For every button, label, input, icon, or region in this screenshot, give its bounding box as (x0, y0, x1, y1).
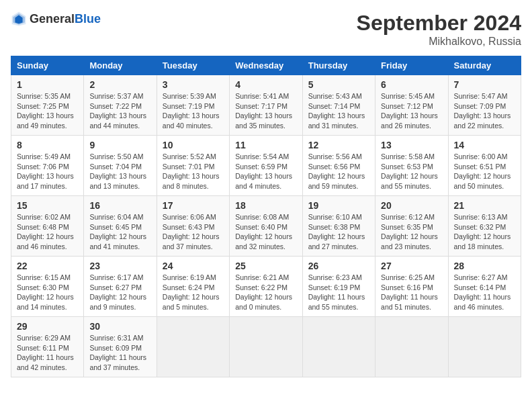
day-info: Sunrise: 5:54 AMSunset: 6:59 PMDaylight:… (235, 152, 296, 191)
day-info: Sunrise: 5:47 AMSunset: 7:09 PMDaylight:… (454, 91, 515, 131)
calendar-cell: 5 Sunrise: 5:43 AMSunset: 7:14 PMDayligh… (302, 75, 375, 136)
calendar-week-5: 29 Sunrise: 6:29 AMSunset: 6:11 PMDaylig… (11, 317, 521, 377)
day-info: Sunrise: 6:08 AMSunset: 6:40 PMDaylight:… (235, 212, 296, 252)
calendar-cell: 13 Sunrise: 5:58 AMSunset: 6:53 PMDaylig… (375, 136, 448, 196)
logo-icon (11, 11, 27, 27)
calendar-cell: 28 Sunrise: 6:27 AMSunset: 6:14 PMDaylig… (448, 257, 521, 317)
logo: GeneralBlue (11, 11, 101, 27)
day-number: 17 (163, 200, 224, 211)
calendar-week-3: 15 Sunrise: 6:02 AMSunset: 6:48 PMDaylig… (11, 196, 521, 257)
weekday-header-sunday: Sunday (11, 56, 84, 75)
calendar-cell: 26 Sunrise: 6:23 AMSunset: 6:19 PMDaylig… (302, 257, 375, 317)
day-info: Sunrise: 6:02 AMSunset: 6:48 PMDaylight:… (17, 212, 78, 252)
day-number: 16 (89, 200, 150, 211)
day-info: Sunrise: 5:58 AMSunset: 6:53 PMDaylight:… (381, 152, 442, 191)
day-number: 20 (381, 200, 442, 211)
calendar-body: 1 Sunrise: 5:35 AMSunset: 7:25 PMDayligh… (11, 75, 521, 377)
calendar-cell: 19 Sunrise: 6:10 AMSunset: 6:38 PMDaylig… (302, 196, 375, 257)
day-info: Sunrise: 5:41 AMSunset: 7:17 PMDaylight:… (235, 91, 296, 131)
calendar-cell: 11 Sunrise: 5:54 AMSunset: 6:59 PMDaylig… (230, 136, 302, 196)
day-number: 11 (235, 140, 296, 150)
day-number: 30 (89, 321, 150, 332)
logo-blue: Blue (75, 12, 101, 26)
day-info: Sunrise: 5:39 AMSunset: 7:19 PMDaylight:… (163, 91, 224, 131)
calendar-cell: 23 Sunrise: 6:17 AMSunset: 6:27 PMDaylig… (84, 257, 157, 317)
day-info: Sunrise: 6:29 AMSunset: 6:11 PMDaylight:… (17, 333, 78, 373)
day-info: Sunrise: 5:37 AMSunset: 7:22 PMDaylight:… (89, 91, 150, 131)
calendar-cell: 14 Sunrise: 6:00 AMSunset: 6:51 PMDaylig… (448, 136, 521, 196)
calendar-cell: 21 Sunrise: 6:13 AMSunset: 6:32 PMDaylig… (448, 196, 521, 257)
day-number: 27 (381, 261, 442, 271)
weekday-header-friday: Friday (375, 56, 448, 75)
day-info: Sunrise: 6:00 AMSunset: 6:51 PMDaylight:… (454, 152, 515, 191)
day-info: Sunrise: 5:35 AMSunset: 7:25 PMDaylight:… (17, 91, 78, 131)
day-info: Sunrise: 6:19 AMSunset: 6:24 PMDaylight:… (163, 273, 224, 312)
calendar-cell: 25 Sunrise: 6:21 AMSunset: 6:22 PMDaylig… (230, 257, 302, 317)
day-info: Sunrise: 6:23 AMSunset: 6:19 PMDaylight:… (308, 273, 369, 312)
calendar-cell: 16 Sunrise: 6:04 AMSunset: 6:45 PMDaylig… (84, 196, 157, 257)
calendar-cell: 4 Sunrise: 5:41 AMSunset: 7:17 PMDayligh… (230, 75, 302, 136)
day-info: Sunrise: 6:04 AMSunset: 6:45 PMDaylight:… (89, 212, 150, 252)
calendar-cell: 27 Sunrise: 6:25 AMSunset: 6:16 PMDaylig… (375, 257, 448, 317)
calendar-cell (157, 317, 229, 377)
calendar-cell (448, 317, 521, 377)
day-number: 5 (308, 79, 369, 90)
day-info: Sunrise: 5:50 AMSunset: 7:04 PMDaylight:… (89, 152, 150, 191)
calendar-cell: 12 Sunrise: 5:56 AMSunset: 6:56 PMDaylig… (302, 136, 375, 196)
logo-text: GeneralBlue (30, 12, 101, 26)
calendar-cell: 2 Sunrise: 5:37 AMSunset: 7:22 PMDayligh… (84, 75, 157, 136)
day-info: Sunrise: 6:13 AMSunset: 6:32 PMDaylight:… (454, 212, 515, 252)
day-number: 10 (163, 140, 224, 150)
day-info: Sunrise: 6:31 AMSunset: 6:09 PMDaylight:… (89, 333, 150, 373)
location-title: Mikhalkovo, Russia (357, 36, 521, 48)
day-info: Sunrise: 6:21 AMSunset: 6:22 PMDaylight:… (235, 273, 296, 312)
day-number: 2 (89, 79, 150, 90)
day-info: Sunrise: 6:17 AMSunset: 6:27 PMDaylight:… (89, 273, 150, 312)
day-info: Sunrise: 6:27 AMSunset: 6:14 PMDaylight:… (454, 273, 515, 312)
day-number: 13 (381, 140, 442, 150)
calendar-cell: 18 Sunrise: 6:08 AMSunset: 6:40 PMDaylig… (230, 196, 302, 257)
day-number: 15 (17, 200, 78, 211)
day-number: 1 (17, 79, 78, 90)
day-number: 25 (235, 261, 296, 271)
calendar-cell: 29 Sunrise: 6:29 AMSunset: 6:11 PMDaylig… (11, 317, 84, 377)
day-number: 8 (17, 140, 78, 150)
logo-general: General (30, 12, 75, 26)
day-number: 23 (89, 261, 150, 271)
calendar-cell (375, 317, 448, 377)
weekday-header-thursday: Thursday (302, 56, 375, 75)
calendar-cell: 9 Sunrise: 5:50 AMSunset: 7:04 PMDayligh… (84, 136, 157, 196)
weekday-header-monday: Monday (84, 56, 157, 75)
day-number: 19 (308, 200, 369, 211)
weekday-header-saturday: Saturday (448, 56, 521, 75)
day-info: Sunrise: 6:25 AMSunset: 6:16 PMDaylight:… (381, 273, 442, 312)
calendar-cell: 30 Sunrise: 6:31 AMSunset: 6:09 PMDaylig… (84, 317, 157, 377)
weekday-header-wednesday: Wednesday (230, 56, 302, 75)
calendar-cell: 6 Sunrise: 5:45 AMSunset: 7:12 PMDayligh… (375, 75, 448, 136)
calendar-cell: 20 Sunrise: 6:12 AMSunset: 6:35 PMDaylig… (375, 196, 448, 257)
day-number: 24 (163, 261, 224, 271)
weekday-header-tuesday: Tuesday (157, 56, 229, 75)
day-number: 29 (17, 321, 78, 332)
calendar-table: SundayMondayTuesdayWednesdayThursdayFrid… (11, 56, 521, 377)
calendar-cell: 24 Sunrise: 6:19 AMSunset: 6:24 PMDaylig… (157, 257, 229, 317)
month-title: September 2024 (357, 11, 521, 36)
day-number: 26 (308, 261, 369, 271)
day-info: Sunrise: 6:15 AMSunset: 6:30 PMDaylight:… (17, 273, 78, 312)
title-area: September 2024 Mikhalkovo, Russia (357, 11, 521, 48)
day-info: Sunrise: 5:56 AMSunset: 6:56 PMDaylight:… (308, 152, 369, 191)
calendar-cell: 17 Sunrise: 6:06 AMSunset: 6:43 PMDaylig… (157, 196, 229, 257)
day-info: Sunrise: 6:06 AMSunset: 6:43 PMDaylight:… (163, 212, 224, 252)
day-number: 28 (454, 261, 515, 271)
day-number: 14 (454, 140, 515, 150)
day-number: 7 (454, 79, 515, 90)
calendar-cell (230, 317, 302, 377)
calendar-week-2: 8 Sunrise: 5:49 AMSunset: 7:06 PMDayligh… (11, 136, 521, 196)
day-number: 9 (89, 140, 150, 150)
day-number: 18 (235, 200, 296, 211)
weekday-header-row: SundayMondayTuesdayWednesdayThursdayFrid… (11, 56, 521, 75)
calendar-cell (302, 317, 375, 377)
day-number: 21 (454, 200, 515, 211)
calendar-cell: 7 Sunrise: 5:47 AMSunset: 7:09 PMDayligh… (448, 75, 521, 136)
day-number: 4 (235, 79, 296, 90)
